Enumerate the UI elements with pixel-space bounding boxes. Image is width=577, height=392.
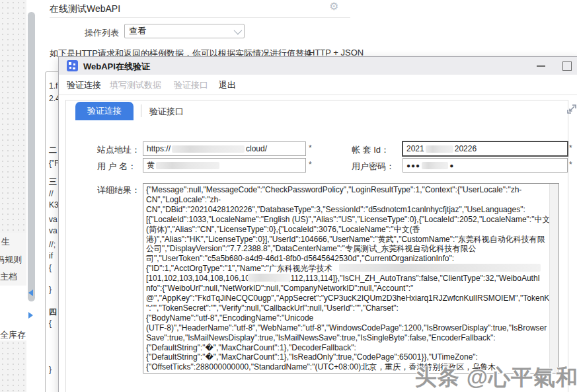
menu-item-fill-test-data[interactable]: 填写测试数据 [110, 79, 161, 91]
code-fragment: 四 [49, 307, 57, 318]
password-label: 用户密码： [352, 161, 395, 173]
site-address-value-suffix: cloud/ [246, 144, 267, 153]
expand-panel-icon[interactable] [566, 103, 577, 115]
minimize-button[interactable] [537, 65, 545, 67]
redacted-blur [172, 145, 245, 153]
username-value: 黄 [147, 160, 155, 171]
left-texture-strip-bottom [0, 340, 26, 392]
site-address-input[interactable]: https:// cloud/ [143, 141, 306, 156]
required-asterisk: * [569, 160, 572, 169]
title-divider [50, 17, 350, 18]
dialog-title: WebAPI在线验证 [83, 61, 150, 73]
tab-divider [141, 104, 141, 117]
expand-right-icon[interactable] [28, 312, 33, 319]
menu-item-verify-interface[interactable]: 验证接口 [174, 79, 208, 91]
screen: 生 码规则 主档 全库存 在线测试WebAPI ⚙ 操作列表 查看 如下是HTT… [0, 0, 577, 392]
tab-verify-connection[interactable]: 验证连接 [75, 102, 134, 120]
username-input[interactable]: 黄 [143, 158, 306, 173]
code-fragment: if [49, 251, 53, 260]
redacted-blur [422, 162, 448, 169]
chevron-down-icon [234, 26, 243, 34]
menu-item-verify-connection[interactable]: 验证连接 [67, 79, 101, 91]
code-fragment: va [49, 226, 58, 235]
redacted-blur [156, 162, 219, 169]
sidebar-item-fragment[interactable]: 全库存 [0, 329, 26, 341]
account-id-value-prefix: 2021 [406, 144, 424, 153]
collapse-left-icon[interactable] [28, 290, 33, 296]
code-fragment: } [49, 285, 52, 294]
code-fragment: { [49, 263, 52, 272]
password-dots: ●●● [406, 162, 420, 169]
sidebar-item-fragment[interactable]: 主档 [0, 271, 17, 283]
menu-item-exit[interactable]: 退出 [219, 79, 236, 91]
required-asterisk: * [569, 143, 572, 153]
page-scrollbar[interactable] [28, 12, 35, 301]
page-title: 在线测试WebAPI [50, 3, 120, 15]
password-dot: ● [449, 162, 454, 169]
code-fragment: { [49, 319, 52, 328]
site-address-value-prefix: https:// [147, 144, 171, 153]
maximize-button[interactable] [562, 61, 572, 71]
code-fragment: 三 [49, 176, 57, 188]
account-id-label: 帐 套 Id： [352, 144, 389, 156]
operation-select-value: 查看 [129, 25, 146, 37]
operation-list-label: 操作列表 [85, 27, 119, 39]
result-textarea-scrollbar[interactable] [549, 184, 558, 373]
operation-select[interactable]: 查看 [124, 24, 245, 38]
site-address-label: 站点地址： [97, 144, 140, 156]
redacted-blur [248, 274, 290, 282]
webapi-verify-dialog: WebAPI在线验证 验证连接 填写测试数据 验证接口 退出 验证连接 验证接口… [58, 56, 577, 392]
required-asterisk: * [309, 160, 312, 169]
watermark: 头条 @心平氣和 [415, 363, 577, 392]
account-id-input[interactable]: 2021 20226 [403, 141, 568, 156]
code-fragment: va [49, 215, 58, 224]
sidebar-item-fragment[interactable]: 码规则 [0, 254, 22, 266]
redacted-blur [339, 264, 541, 272]
redacted-blur [426, 145, 453, 153]
username-label: 用 户 名： [97, 161, 136, 173]
code-fragment: K3 [49, 200, 59, 210]
dialog-app-icon [67, 60, 78, 71]
settings-gear-icon[interactable]: ⚙ [329, 1, 338, 12]
result-textarea[interactable]: {"Message":null,"MessageCode":"CheckPass… [143, 183, 559, 373]
code-fragment: 1.f [49, 81, 58, 91]
required-asterisk: * [309, 143, 312, 153]
account-id-value-suffix: 20226 [455, 144, 477, 153]
left-texture-strip [0, 0, 26, 233]
dialog-titlebar[interactable]: WebAPI在线验证 [59, 57, 577, 75]
code-fragment: //; [49, 240, 56, 249]
password-input[interactable]: ●●● ● [403, 158, 568, 173]
result-label: 详细结果： [97, 184, 140, 196]
code-fragment: // [49, 189, 54, 198]
code-fragment: 二 [49, 145, 57, 156]
tab-verify-interface[interactable]: 验证接口 [149, 106, 184, 118]
sidebar-item-fragment[interactable]: 生 [1, 236, 10, 248]
dialog-menubar: 验证连接 填写测试数据 验证接口 退出 [59, 75, 577, 95]
result-json-text: {"Message":null,"MessageCode":"CheckPass… [143, 184, 551, 373]
code-fragment: } [49, 365, 52, 374]
